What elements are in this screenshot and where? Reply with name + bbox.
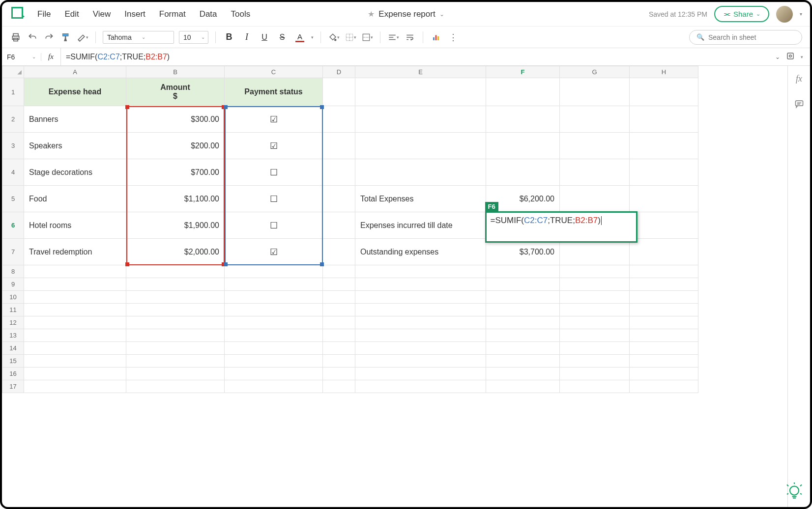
formula-expand-icon[interactable]: ⌄ (775, 54, 780, 60)
cell-F13[interactable] (486, 329, 560, 342)
merge-cells-icon[interactable]: ▾ (361, 31, 373, 43)
more-icon[interactable]: ⋮ (447, 31, 459, 43)
cell-E11[interactable] (355, 304, 486, 316)
cell-F4[interactable] (486, 159, 560, 186)
row-header-8[interactable]: 8 (2, 265, 24, 278)
clear-format-icon[interactable]: ▾ (77, 31, 88, 43)
cell-E13[interactable] (355, 329, 486, 342)
avatar-menu-caret-icon[interactable]: ▾ (800, 11, 802, 17)
menu-insert[interactable]: Insert (124, 9, 145, 19)
cell-B15[interactable] (126, 355, 225, 368)
select-all-corner[interactable]: ◢ (2, 66, 24, 78)
cell-A9[interactable] (24, 278, 126, 291)
cell-F14[interactable] (486, 342, 560, 355)
cell-H9[interactable] (630, 278, 698, 291)
menu-edit[interactable]: Edit (64, 9, 79, 19)
cell-F7[interactable]: $3,700.00 (486, 239, 560, 265)
cell-C7[interactable]: ☑ (225, 239, 323, 265)
cell-D14[interactable] (323, 342, 355, 355)
border-icon[interactable]: ▾ (345, 31, 356, 43)
row-header-16[interactable]: 16 (2, 368, 24, 380)
cell-E7[interactable]: Outstanding expenses (355, 239, 486, 265)
cell-G16[interactable] (560, 368, 630, 380)
row-header-14[interactable]: 14 (2, 342, 24, 355)
row-header-9[interactable]: 9 (2, 278, 24, 291)
cell-F11[interactable] (486, 304, 560, 316)
cell-C2[interactable]: ☑ (225, 106, 323, 133)
cell-D15[interactable] (323, 355, 355, 368)
cell-reference-box[interactable]: F6 ⌄ (2, 53, 41, 61)
print-icon[interactable] (10, 31, 22, 43)
fill-color-icon[interactable]: ▾ (328, 31, 340, 43)
cell-A1[interactable]: Expense head (24, 78, 126, 106)
cell-C6[interactable]: ☐ (225, 212, 323, 239)
cell-E5[interactable]: Total Expenses (355, 186, 486, 212)
cell-F16[interactable] (486, 368, 560, 380)
cell-D6[interactable] (323, 212, 355, 239)
cell-A7[interactable]: Travel redemption (24, 239, 126, 265)
cell-B7[interactable]: $2,000.00 (126, 239, 225, 265)
font-size-select[interactable]: 10⌄ (179, 31, 208, 44)
cell-H14[interactable] (630, 342, 698, 355)
cell-B10[interactable] (126, 291, 225, 304)
menu-data[interactable]: Data (200, 9, 217, 19)
comments-panel-icon[interactable] (794, 99, 804, 111)
cell-C5[interactable]: ☐ (225, 186, 323, 212)
underline-button[interactable]: U (258, 31, 271, 44)
active-cell-editor[interactable]: F6 =SUMIF(C2:C7;TRUE;B2:B7) (485, 211, 638, 243)
cell-C14[interactable] (225, 342, 323, 355)
cell-D17[interactable] (323, 380, 355, 393)
cell-B12[interactable] (126, 316, 225, 329)
cell-A11[interactable] (24, 304, 126, 316)
strikethrough-button[interactable]: S (276, 31, 289, 44)
share-button[interactable]: ⫘ Share ⌄ (714, 6, 769, 22)
font-family-select[interactable]: Tahoma⌄ (103, 31, 174, 44)
cell-G17[interactable] (560, 380, 630, 393)
help-bulb-icon[interactable] (785, 482, 803, 500)
row-header-15[interactable]: 15 (2, 355, 24, 368)
cell-E4[interactable] (355, 159, 486, 186)
search-input[interactable] (708, 33, 795, 41)
col-header-E[interactable]: E (355, 66, 486, 78)
cell-H16[interactable] (630, 368, 698, 380)
user-avatar[interactable] (776, 6, 793, 23)
cell-F3[interactable] (486, 133, 560, 159)
cell-B9[interactable] (126, 278, 225, 291)
cell-G2[interactable] (560, 106, 630, 133)
cell-G7[interactable] (560, 239, 630, 265)
cell-B17[interactable] (126, 380, 225, 393)
cell-E15[interactable] (355, 355, 486, 368)
cell-F1[interactable] (486, 78, 560, 106)
cell-A5[interactable]: Food (24, 186, 126, 212)
cell-A12[interactable] (24, 316, 126, 329)
col-header-D[interactable]: D (323, 66, 355, 78)
redo-icon[interactable] (43, 31, 55, 43)
cell-H1[interactable] (630, 78, 698, 106)
cell-H12[interactable] (630, 316, 698, 329)
document-title-area[interactable]: ★ Expense report ⌄ (368, 9, 444, 19)
cell-H4[interactable] (630, 159, 698, 186)
cell-G5[interactable] (560, 186, 630, 212)
bold-button[interactable]: B (223, 31, 235, 44)
formula-settings-icon[interactable] (786, 52, 795, 62)
fx-icon[interactable]: fx (41, 48, 61, 65)
cell-G8[interactable] (560, 265, 630, 278)
cell-C12[interactable] (225, 316, 323, 329)
cell-D8[interactable] (323, 265, 355, 278)
cell-E2[interactable] (355, 106, 486, 133)
cell-B3[interactable]: $200.00 (126, 133, 225, 159)
cell-E3[interactable] (355, 133, 486, 159)
cell-D2[interactable] (323, 106, 355, 133)
cell-H8[interactable] (630, 265, 698, 278)
cell-F15[interactable] (486, 355, 560, 368)
cell-D11[interactable] (323, 304, 355, 316)
cell-D12[interactable] (323, 316, 355, 329)
cell-E14[interactable] (355, 342, 486, 355)
cell-D10[interactable] (323, 291, 355, 304)
cell-C3[interactable]: ☑ (225, 133, 323, 159)
cell-B8[interactable] (126, 265, 225, 278)
cell-G15[interactable] (560, 355, 630, 368)
italic-button[interactable]: I (240, 31, 253, 44)
cell-C15[interactable] (225, 355, 323, 368)
text-color-caret-icon[interactable]: ▾ (311, 35, 314, 40)
